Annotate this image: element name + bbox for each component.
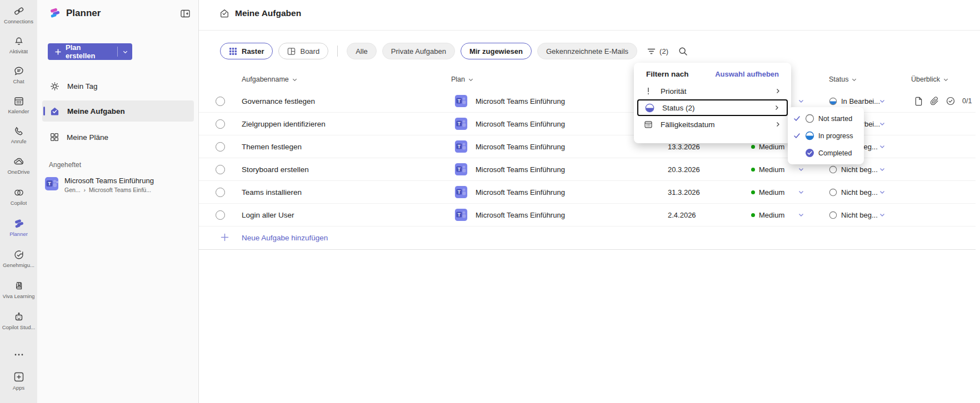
priority-cell[interactable]: Medium: [751, 204, 784, 226]
task-name[interactable]: Login aller User: [242, 204, 294, 226]
filter-pill-flagged-emails[interactable]: Gekennzeichnete E-Mails: [537, 43, 637, 59]
status-cell[interactable]: Nicht beg...: [829, 181, 878, 203]
rail-item-copilot-studio[interactable]: Copilot Stud...: [0, 311, 37, 330]
breadcrumb-channel[interactable]: Microsoft Teams Einfü...: [89, 187, 151, 193]
due-date[interactable]: 2.4.2026: [668, 204, 696, 226]
status-label: Nicht beg...: [841, 188, 878, 197]
filter-menu-item-priority[interactable]: Priorität: [637, 83, 788, 99]
priority-dropdown-chevron[interactable]: [798, 181, 804, 203]
planner-logo-icon: [48, 7, 61, 19]
priority-cell[interactable]: Medium: [751, 181, 784, 203]
task-name[interactable]: Themen festlegen: [242, 135, 302, 158]
svg-text:T: T: [458, 98, 461, 104]
priority-dot-icon: [751, 168, 755, 172]
tasks-house-check-icon: [49, 106, 60, 117]
rail-item-approvals[interactable]: Genehmigu...: [0, 249, 37, 268]
due-date[interactable]: 20.3.2026: [668, 158, 700, 180]
create-plan-dropdown[interactable]: [118, 49, 132, 55]
status-dropdown-chevron[interactable]: [879, 158, 886, 180]
complete-task-checkbox[interactable]: [216, 181, 225, 203]
task-name[interactable]: Governance festlegen: [242, 90, 315, 112]
filter-menu-item-duedate[interactable]: Fälligkeitsdatum: [637, 116, 788, 133]
filter-menu-item-status[interactable]: Status (2): [637, 99, 788, 116]
breadcrumb-team[interactable]: Gen...: [64, 187, 81, 193]
due-date[interactable]: 31.3.2026: [668, 181, 700, 203]
plan-cell[interactable]: T Microsoft Teams Einführung: [454, 181, 565, 203]
sidebar-item-my-plans[interactable]: Meine Pläne: [42, 127, 194, 147]
plan-cell[interactable]: T Microsoft Teams Einführung: [454, 158, 565, 180]
table-row[interactable]: Teams installieren T Microsoft Teams Ein…: [199, 181, 976, 204]
table-row[interactable]: Login aller User T Microsoft Teams Einfü…: [199, 204, 976, 226]
status-option-completed[interactable]: Completed: [788, 144, 864, 162]
status-option-not-started[interactable]: Not started: [788, 110, 864, 127]
rail-item-chat[interactable]: Chat: [0, 66, 37, 84]
priority-dropdown-chevron[interactable]: [798, 204, 804, 226]
filter-button[interactable]: (2): [647, 47, 668, 56]
filter-menu-item-label: Fälligkeitsdatum: [661, 120, 715, 129]
rail-item-activity[interactable]: Aktivität: [0, 36, 37, 54]
clear-selection-link[interactable]: Auswahl aufheben: [715, 70, 779, 78]
task-name[interactable]: Storyboard erstellen: [242, 158, 309, 180]
chevron-down-icon: [468, 77, 474, 83]
rail-item-onedrive[interactable]: OneDrive: [0, 156, 37, 175]
view-toggle-grid[interactable]: Raster: [220, 43, 273, 59]
rail-item-label: Copilot: [11, 200, 27, 206]
rail-item-more-apps[interactable]: [0, 352, 37, 357]
svg-text:T: T: [458, 212, 461, 218]
rail-item-planner[interactable]: Planner: [0, 218, 37, 237]
rail-item-apps[interactable]: Apps: [0, 371, 37, 391]
complete-task-checkbox[interactable]: [216, 158, 225, 180]
status-dropdown-chevron[interactable]: [879, 135, 886, 158]
pinned-plan-item[interactable]: T Microsoft Teams Einführung Gen... › Mi…: [44, 177, 193, 193]
complete-task-checkbox[interactable]: [216, 113, 225, 135]
rail-item-viva-learning[interactable]: Viva Learning: [0, 280, 37, 299]
filter-pill-assigned-to-me[interactable]: Mir zugewiesen: [461, 43, 532, 59]
priority-dot-icon: [751, 190, 755, 194]
not-started-icon: [829, 211, 837, 219]
view-toggle-board[interactable]: Board: [278, 43, 328, 59]
app-title: Planner: [66, 8, 101, 19]
sidebar-item-my-day[interactable]: Mein Tag: [42, 76, 194, 96]
complete-task-checkbox[interactable]: [216, 90, 225, 112]
rail-item-calendar[interactable]: Kalender: [0, 95, 37, 114]
add-task-label[interactable]: Neue Aufgabe hinzufügen: [242, 234, 328, 242]
plan-cell[interactable]: T Microsoft Teams Einführung: [454, 204, 565, 226]
plan-cell[interactable]: T Microsoft Teams Einführung: [454, 90, 565, 112]
plan-cell[interactable]: T Microsoft Teams Einführung: [454, 135, 565, 158]
search-button[interactable]: [678, 47, 688, 56]
svg-text:T: T: [458, 189, 461, 195]
chevron-down-icon: [943, 77, 949, 83]
status-dropdown-chevron[interactable]: [879, 204, 886, 226]
priority-cell[interactable]: Medium: [751, 158, 784, 180]
plan-name: Microsoft Teams Einführung: [476, 188, 565, 197]
rail-item-calls[interactable]: Anrufe: [0, 125, 37, 144]
status-dropdown-chevron[interactable]: [879, 90, 886, 112]
column-header-taskname[interactable]: Aufgabenname: [242, 75, 298, 83]
column-header-plan[interactable]: Plan: [451, 75, 474, 83]
column-header-overview[interactable]: Überblick: [911, 75, 949, 83]
column-header-status[interactable]: Status: [829, 75, 857, 83]
status-option-in-progress[interactable]: In progress: [788, 127, 864, 144]
sidebar-item-my-tasks[interactable]: Meine Aufgaben: [42, 100, 194, 122]
status-dropdown-chevron[interactable]: [879, 181, 886, 203]
column-label: Überblick: [911, 75, 940, 83]
status-dropdown-chevron[interactable]: [879, 113, 886, 135]
main-content: Meine Aufgaben Raster Board Alle Private…: [199, 0, 980, 403]
add-task-row[interactable]: Neue Aufgabe hinzufügen: [199, 226, 976, 250]
task-name[interactable]: Teams installieren: [242, 181, 302, 203]
complete-task-checkbox[interactable]: [216, 204, 225, 226]
task-name[interactable]: Zielgruppen identifizieren: [242, 113, 326, 135]
rail-item-copilot[interactable]: Copilot: [0, 187, 37, 206]
plan-cell[interactable]: T Microsoft Teams Einführung: [454, 113, 565, 135]
my-tasks-icon: [219, 8, 229, 18]
chat-icon: [13, 66, 24, 77]
create-plan-button[interactable]: Plan erstellen: [48, 43, 132, 60]
status-cell[interactable]: Nicht beg...: [829, 204, 878, 226]
filter-pill-all[interactable]: Alle: [347, 43, 377, 59]
robot-icon: [13, 311, 24, 323]
planner-icon: [13, 218, 25, 229]
complete-task-checkbox[interactable]: [216, 135, 225, 158]
filter-pill-private-tasks[interactable]: Private Aufgaben: [382, 43, 455, 59]
collapse-sidebar-icon[interactable]: [181, 9, 190, 18]
rail-item-connections[interactable]: Connections: [0, 6, 37, 24]
